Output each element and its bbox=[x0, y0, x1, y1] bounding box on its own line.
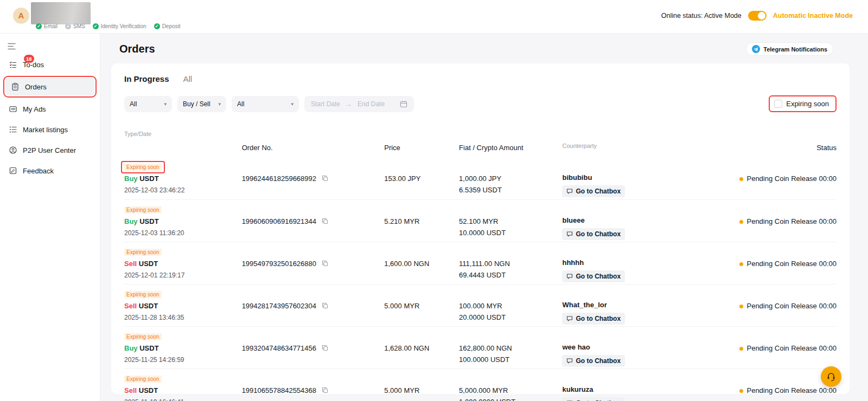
collapse-sidebar-icon[interactable] bbox=[0, 34, 100, 54]
tab-in-progress[interactable]: In Progress bbox=[124, 74, 169, 83]
counterparty-name[interactable]: What_the_lor bbox=[562, 301, 683, 309]
copy-icon[interactable] bbox=[322, 302, 328, 309]
order-price-cell: 5.000 MYR bbox=[384, 289, 459, 326]
my-ads-icon: AD bbox=[9, 105, 17, 113]
crypto-amount: 6.5359 USDT bbox=[459, 186, 562, 194]
expiring-soon-tag: Expiring soon bbox=[124, 333, 162, 340]
order-status: Pending Coin Release 00:00 bbox=[746, 174, 837, 183]
filters-row: All ▾ Buy / Sell ▾ All ▾ Start Date → En… bbox=[124, 95, 837, 112]
sidebar-item-market-listings[interactable]: Market listings bbox=[0, 119, 100, 140]
annotation-box-orders: Orders bbox=[3, 76, 97, 98]
counterparty-name[interactable]: kukuruza bbox=[562, 385, 683, 393]
copy-icon[interactable] bbox=[322, 218, 328, 224]
col-header-counterparty: Counterparty bbox=[562, 131, 683, 152]
checkbox-icon[interactable] bbox=[774, 100, 782, 108]
go-to-chatbox-button[interactable]: Go to Chatbox bbox=[562, 185, 625, 197]
go-to-chatbox-button[interactable]: Go to Chatbox bbox=[562, 228, 625, 240]
chat-icon bbox=[566, 231, 573, 237]
order-datetime: 2025-11-28 13:46:35 bbox=[124, 314, 242, 321]
online-status-toggle[interactable] bbox=[748, 11, 767, 21]
sidebar-item-orders[interactable]: Orders bbox=[5, 78, 94, 95]
order-row[interactable]: Expiring soon Buy USDT 2025-11-25 14:26:… bbox=[124, 326, 837, 368]
orders-tabs: In Progress All bbox=[124, 74, 837, 83]
go-to-chatbox-button[interactable]: Go to Chatbox bbox=[562, 355, 625, 367]
go-to-chatbox-button[interactable]: Go to Chatbox bbox=[562, 270, 625, 282]
counterparty-name[interactable]: wee hao bbox=[562, 343, 683, 351]
order-datetime: 2025-11-19 16:46:41 bbox=[124, 398, 242, 401]
order-number: 1993204748634771456 bbox=[242, 344, 316, 352]
go-to-chatbox-button[interactable]: Go to Chatbox bbox=[562, 397, 625, 401]
order-price-cell: 5.210 MYR bbox=[384, 204, 459, 242]
pending-dot-icon bbox=[739, 347, 743, 351]
order-row[interactable]: Expiring soon Sell USDT 2025-11-28 13:46… bbox=[124, 284, 837, 326]
order-number: 1991065578842554368 bbox=[242, 386, 316, 394]
order-datetime: 2025-12-03 23:46:22 bbox=[124, 186, 242, 194]
expiring-soon-tag: Expiring soon bbox=[124, 291, 162, 298]
copy-icon[interactable] bbox=[322, 345, 328, 351]
sidebar-item-todos[interactable]: To-dos 18 bbox=[0, 54, 100, 75]
order-number: 1996060906916921344 bbox=[242, 217, 316, 225]
order-amount-cell: 1,000.00 JPY 6.5359 USDT bbox=[459, 161, 562, 199]
chat-button-label: Go to Chatbox bbox=[576, 357, 621, 365]
support-chat-button[interactable] bbox=[821, 366, 841, 387]
sidebar-item-my-ads[interactable]: AD My Ads bbox=[0, 99, 100, 119]
order-type-date-cell: Expiring soon Sell USDT 2025-11-28 13:46… bbox=[124, 289, 242, 326]
chevron-down-icon: ▾ bbox=[291, 101, 293, 107]
fiat-amount: 52.100 MYR bbox=[459, 217, 562, 225]
online-status-label: Online status: Active Mode bbox=[661, 12, 742, 20]
chat-button-label: Go to Chatbox bbox=[576, 230, 621, 238]
counterparty-cell: blueee Go to Chatbox bbox=[562, 204, 683, 242]
badge-identity: ✓ Identity Verification bbox=[93, 23, 146, 29]
order-status: Pending Coin Release 00:00 bbox=[746, 386, 837, 394]
copy-icon[interactable] bbox=[322, 260, 328, 267]
counterparty-cell: What_the_lor Go to Chatbox bbox=[562, 289, 683, 326]
tab-all[interactable]: All bbox=[183, 74, 193, 83]
go-to-chatbox-button[interactable]: Go to Chatbox bbox=[562, 313, 625, 325]
order-status-cell: Pending Coin Release 00:00 bbox=[684, 289, 837, 326]
order-status: Pending Coin Release 00:00 bbox=[746, 344, 837, 352]
avatar[interactable]: A bbox=[13, 8, 29, 24]
sidebar-item-p2p-user-center[interactable]: P2P User Center bbox=[0, 140, 100, 160]
todos-count-badge: 18 bbox=[24, 55, 34, 63]
telegram-button-label: Telegram Notifications bbox=[763, 46, 827, 53]
telegram-notifications-button[interactable]: Telegram Notifications bbox=[746, 42, 833, 56]
expiring-soon-tag: Expiring soon bbox=[124, 376, 162, 383]
asset-filter-value: All bbox=[237, 100, 244, 108]
copy-icon[interactable] bbox=[322, 175, 328, 182]
fiat-amount: 162,800.00 NGN bbox=[459, 344, 562, 352]
order-row[interactable]: Expiring soon Sell USDT 2025-11-19 16:46… bbox=[124, 368, 837, 401]
counterparty-cell: kukuruza Go to Chatbox bbox=[562, 373, 683, 401]
badge-sms-label: SMS bbox=[73, 23, 85, 29]
svg-text:AD: AD bbox=[11, 107, 15, 111]
status-filter-dropdown[interactable]: All ▾ bbox=[124, 96, 172, 112]
side-filter-dropdown[interactable]: Buy / Sell ▾ bbox=[177, 96, 226, 112]
order-number: 1996244618259668992 bbox=[242, 174, 316, 183]
order-row[interactable]: Expiring soon Buy USDT 2025-12-03 11:36:… bbox=[124, 199, 837, 242]
date-range-picker[interactable]: Start Date → End Date bbox=[304, 96, 414, 112]
counterparty-name[interactable]: blueee bbox=[562, 216, 683, 224]
order-status: Pending Coin Release 00:00 bbox=[746, 260, 837, 268]
order-side: Buy bbox=[124, 344, 138, 352]
order-price-cell: 5.000 MYR bbox=[384, 373, 459, 401]
auto-inactive-link[interactable]: Automatic Inactive Mode bbox=[773, 12, 853, 20]
chat-icon bbox=[566, 358, 573, 364]
chevron-down-icon: ▾ bbox=[164, 101, 167, 107]
counterparty-name[interactable]: bibubibu bbox=[562, 173, 683, 182]
col-header-fiat-crypto: Fiat / Crypto Amount bbox=[459, 131, 562, 152]
asset-filter-dropdown[interactable]: All ▾ bbox=[232, 96, 299, 112]
badge-email-label: Email bbox=[44, 23, 58, 29]
order-amount-cell: 162,800.00 NGN 100.0000 USDT bbox=[459, 331, 562, 368]
order-side: Sell bbox=[124, 302, 137, 310]
expiring-soon-checkbox[interactable]: Expiring soon bbox=[774, 100, 829, 108]
order-type-date-cell: Expiring soon Buy USDT 2025-11-25 14:26:… bbox=[124, 331, 242, 368]
order-row[interactable]: Expiring soon Sell USDT 2025-12-01 22:19… bbox=[124, 242, 837, 284]
verification-badges: ✓ Email ✓ SMS ✓ Identity Verification ✓ … bbox=[36, 23, 181, 29]
expiring-soon-label: Expiring soon bbox=[786, 100, 829, 108]
order-type-date-cell: Expiring soon Sell USDT 2025-11-19 16:46… bbox=[124, 373, 242, 401]
sidebar-item-feedback[interactable]: Feedback bbox=[0, 160, 100, 181]
order-amount-cell: 52.100 MYR 10.0000 USDT bbox=[459, 204, 562, 242]
counterparty-name[interactable]: hhhhh bbox=[562, 258, 683, 267]
pending-dot-icon bbox=[739, 305, 743, 308]
order-row[interactable]: Expiring soon Buy USDT 2025-12-03 23:46:… bbox=[124, 157, 837, 199]
copy-icon[interactable] bbox=[322, 387, 328, 393]
